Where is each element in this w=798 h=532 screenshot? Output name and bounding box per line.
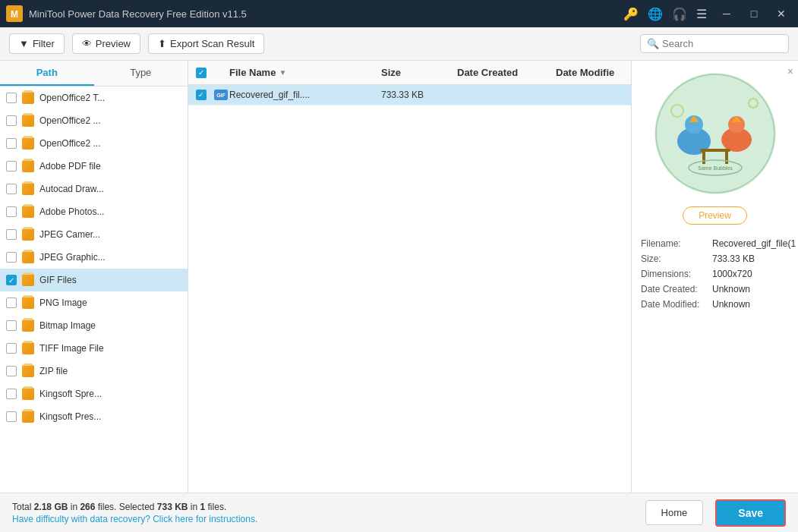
sidebar-checkbox-7[interactable] <box>6 252 17 263</box>
preview-button[interactable]: 👁 Preview <box>72 33 140 54</box>
header-date-modified-col[interactable]: Date Modifie <box>556 67 623 78</box>
tab-type[interactable]: Type <box>94 61 188 86</box>
filename-label: Filename: <box>641 238 709 249</box>
sidebar-checkbox-3[interactable] <box>6 161 17 172</box>
minimize-button[interactable]: ─ <box>716 3 737 24</box>
sidebar-checkbox-11[interactable] <box>6 343 17 354</box>
sidebar-item-label-8: GIF Files <box>39 275 77 285</box>
sidebar-item-jpeg-camer[interactable]: JPEG Camer... <box>0 223 188 246</box>
eye-icon: 👁 <box>82 38 92 49</box>
sidebar-checkbox-12[interactable] <box>6 366 17 376</box>
header-filename-col[interactable]: File Name ▼ <box>229 67 381 78</box>
sidebar-item-png[interactable]: PNG Image <box>0 291 188 314</box>
title-bar: M MiniTool Power Data Recovery Free Edit… <box>0 0 798 27</box>
sidebar: Path Type OpenOffice2 T... OpenOffice2 .… <box>0 61 188 493</box>
search-box[interactable]: 🔍 <box>640 34 789 53</box>
file-type-icon-7 <box>21 250 35 264</box>
sidebar-item-gif[interactable]: GIF Files <box>0 269 188 291</box>
status-bar: Total 2.18 GB in 266 files. Selected 733… <box>0 493 798 532</box>
file-type-icon-12 <box>21 364 35 378</box>
preview-size-row: Size: 733.33 KB <box>641 253 789 264</box>
sidebar-item-zip[interactable]: ZIP file <box>0 360 188 382</box>
file-type-icon-4 <box>21 182 35 196</box>
sidebar-item-tiff[interactable]: TIFF Image File <box>0 337 188 360</box>
header-size-col[interactable]: Size <box>381 67 457 78</box>
help-link[interactable]: Have difficulty with data recovery? Clic… <box>12 514 633 524</box>
preview-filename-row: Filename: Recovered_gif_file(1 <box>641 238 789 249</box>
app-title: MiniTool Power Data Recovery Free Editio… <box>29 8 623 20</box>
sidebar-item-label-0: OpenOffice2 T... <box>39 93 105 103</box>
sidebar-item-openoffice2t[interactable]: OpenOffice2 T... <box>0 87 188 109</box>
row-checkbox-0[interactable] <box>196 90 214 100</box>
sidebar-item-label-13: Kingsoft Spre... <box>39 389 102 399</box>
file-type-icon-13 <box>21 387 35 401</box>
home-button[interactable]: Home <box>645 500 704 525</box>
filter-button[interactable]: ▼ Filter <box>9 33 65 54</box>
preview-button-panel[interactable]: Preview <box>683 206 747 225</box>
date-modified-label: Date Modified: <box>641 299 709 310</box>
svg-text:Same Bubbles: Same Bubbles <box>698 165 733 171</box>
sidebar-checkbox-14[interactable] <box>6 411 17 422</box>
date-created-value: Unknown <box>712 284 750 294</box>
sidebar-item-adobe-photos[interactable]: Adobe Photos... <box>0 200 188 223</box>
export-button[interactable]: ⬆ Export Scan Result <box>148 33 264 54</box>
sidebar-item-autocad[interactable]: Autocad Draw... <box>0 178 188 200</box>
menu-icon[interactable]: ☰ <box>696 7 707 21</box>
main-area: Path Type OpenOffice2 T... OpenOffice2 .… <box>0 61 798 493</box>
sort-arrow-icon: ▼ <box>279 68 286 77</box>
sidebar-checkbox-10[interactable] <box>6 320 17 331</box>
app-logo: M <box>6 5 23 22</box>
sidebar-checkbox-0[interactable] <box>6 93 17 103</box>
sidebar-checkbox-4[interactable] <box>6 184 17 194</box>
headset-icon[interactable]: 🎧 <box>672 7 687 21</box>
globe-icon[interactable]: 🌐 <box>648 7 663 21</box>
window-controls: ─ □ ✕ <box>716 3 792 24</box>
maximize-button[interactable]: □ <box>743 3 765 24</box>
sidebar-item-kingsoft-pres[interactable]: Kingsoft Pres... <box>0 405 188 428</box>
sidebar-item-openoffice22[interactable]: OpenOffice2 ... <box>0 132 188 155</box>
file-type-icon-5 <box>21 205 35 219</box>
sidebar-checkbox-2[interactable] <box>6 138 17 149</box>
close-button[interactable]: ✕ <box>771 3 792 24</box>
date-modified-value: Unknown <box>712 299 750 310</box>
key-icon[interactable]: 🔑 <box>623 7 639 21</box>
tab-path[interactable]: Path <box>0 61 94 86</box>
search-icon: 🔍 <box>647 38 659 49</box>
toolbar: ▼ Filter 👁 Preview ⬆ Export Scan Result … <box>0 27 798 61</box>
row-icon-0: GIF <box>214 90 229 100</box>
total-files: 266 <box>80 502 95 512</box>
sidebar-item-adobe-pdf[interactable]: Adobe PDF file <box>0 155 188 178</box>
sidebar-checkbox-13[interactable] <box>6 389 17 399</box>
export-icon: ⬆ <box>158 38 166 49</box>
sidebar-item-jpeg-graphic[interactable]: JPEG Graphic... <box>0 246 188 269</box>
sidebar-item-label-6: JPEG Camer... <box>39 229 100 240</box>
sidebar-item-label-11: TIFF Image File <box>39 343 104 354</box>
selected-size: 733 KB <box>157 502 188 512</box>
select-all-checkbox[interactable]: ✓ <box>196 68 207 78</box>
svg-rect-11 <box>725 152 728 164</box>
row-checkbox-box-0[interactable] <box>196 90 207 100</box>
search-input[interactable] <box>662 38 782 49</box>
sidebar-tabs: Path Type <box>0 61 188 87</box>
save-button[interactable]: Save <box>715 499 786 527</box>
sidebar-item-kingsoft-spre[interactable]: Kingsoft Spre... <box>0 382 188 405</box>
sidebar-checkbox-6[interactable] <box>6 229 17 240</box>
sidebar-item-label-2: OpenOffice2 ... <box>39 138 101 149</box>
sidebar-item-bitmap[interactable]: Bitmap Image <box>0 314 188 337</box>
sidebar-item-label-3: Adobe PDF file <box>39 161 101 172</box>
svg-rect-9 <box>700 149 730 152</box>
filename-value: Recovered_gif_file(1 <box>712 238 796 249</box>
file-type-icon-3 <box>21 159 35 173</box>
sidebar-checkbox-5[interactable] <box>6 206 17 217</box>
sidebar-item-label-5: Adobe Photos... <box>39 206 104 217</box>
table-row[interactable]: GIF Recovered_gif_fil.... 733.33 KB <box>188 85 631 105</box>
sidebar-checkbox-9[interactable] <box>6 297 17 308</box>
file-type-icon-8 <box>21 273 35 287</box>
sidebar-checkbox-8[interactable] <box>6 275 17 285</box>
file-type-icon-6 <box>21 228 35 241</box>
preview-close-button[interactable]: × <box>787 65 793 77</box>
row-size-0: 733.33 KB <box>381 90 457 100</box>
sidebar-item-openoffice21[interactable]: OpenOffice2 ... <box>0 109 188 132</box>
sidebar-checkbox-1[interactable] <box>6 115 17 126</box>
header-date-created-col[interactable]: Date Created <box>457 67 556 78</box>
